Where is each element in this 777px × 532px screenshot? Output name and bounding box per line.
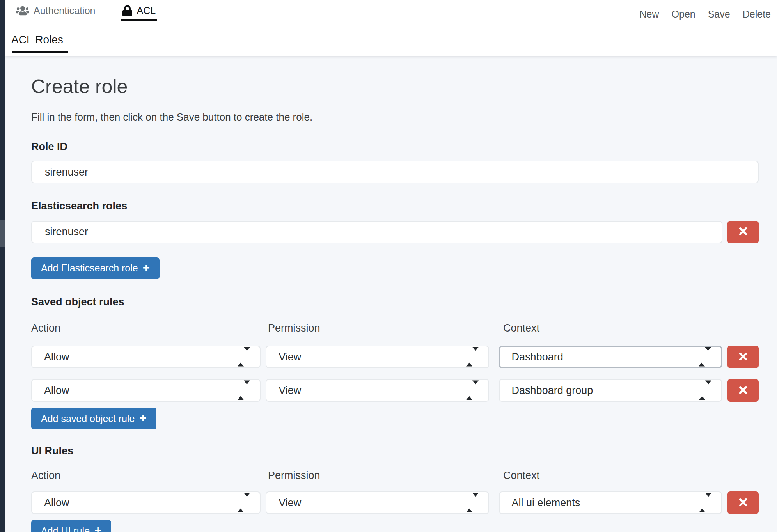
page-description: Fill in the form, then click on the Save… <box>31 111 759 124</box>
ui-rules-column-headers: Action Permission Context <box>31 469 759 482</box>
x-icon <box>739 386 747 395</box>
new-button[interactable]: New <box>640 8 659 20</box>
saved-object-rules-label: Saved object rules <box>31 296 759 308</box>
context-column-label: Context <box>503 322 759 334</box>
add-elasticsearch-role-button[interactable]: Add Elasticsearch role + <box>31 257 160 279</box>
remove-rule-button[interactable] <box>727 346 759 368</box>
button-label: Add Elasticsearch role <box>41 263 138 273</box>
select-value: View <box>279 351 301 363</box>
add-ui-rule-button[interactable]: Add UI rule + <box>31 520 111 532</box>
main-panel: Authentication ACL New Open Save Delete … <box>5 0 777 532</box>
saved-object-rule-row: Allow View Dashboard group <box>31 379 759 402</box>
updown-arrows-icon <box>238 385 250 397</box>
action-column-label: Action <box>31 322 268 334</box>
remove-rule-button[interactable] <box>727 379 759 402</box>
context-select[interactable]: Dashboard group <box>499 379 722 402</box>
context-select[interactable]: Dashboard <box>499 346 722 368</box>
button-label: Add saved object rule <box>41 414 135 424</box>
save-button[interactable]: Save <box>708 8 730 20</box>
users-icon <box>16 5 29 16</box>
role-id-input[interactable] <box>31 161 759 183</box>
updown-arrows-icon <box>699 385 711 397</box>
tab-acl[interactable]: ACL <box>121 0 157 21</box>
create-role-page: Create role Fill in the form, then click… <box>5 56 777 532</box>
button-label: Add UI rule <box>41 526 90 532</box>
page-title: Create role <box>31 75 759 98</box>
header-tabs: Authentication ACL New Open Save Delete <box>5 0 777 21</box>
x-icon <box>739 498 747 508</box>
x-icon <box>739 227 747 237</box>
subtabs: ACL Roles <box>5 21 777 53</box>
ui-rules-label: UI Rules <box>31 445 759 457</box>
updown-arrows-icon <box>699 497 711 509</box>
tab-authentication[interactable]: Authentication <box>15 0 96 21</box>
select-value: Dashboard <box>512 351 563 363</box>
select-value: Dashboard group <box>512 385 593 397</box>
remove-rule-button[interactable] <box>727 491 759 514</box>
updown-arrows-icon <box>466 385 479 397</box>
header-actions: New Open Save Delete <box>640 0 777 21</box>
x-icon <box>739 352 747 362</box>
permission-column-label: Permission <box>268 322 503 334</box>
role-id-label: Role ID <box>31 140 759 153</box>
permission-column-label: Permission <box>268 469 503 482</box>
action-select[interactable]: Allow <box>31 491 261 514</box>
open-button[interactable]: Open <box>672 8 695 20</box>
action-select[interactable]: Allow <box>31 346 261 368</box>
sidebar-scrollbar-thumb[interactable] <box>0 220 5 247</box>
select-value: Allow <box>44 351 69 363</box>
saved-object-rule-row: Allow View Dashboard <box>31 346 759 368</box>
remove-elasticsearch-role-button[interactable] <box>727 221 759 243</box>
select-value: All ui elements <box>512 497 580 509</box>
saved-object-rules-column-headers: Action Permission Context <box>31 322 759 334</box>
elasticsearch-roles-label: Elasticsearch roles <box>31 200 759 212</box>
action-column-label: Action <box>31 469 268 482</box>
lock-icon <box>122 5 132 16</box>
app-window: Authentication ACL New Open Save Delete … <box>0 0 777 532</box>
select-value: View <box>279 497 301 509</box>
tab-label: Authentication <box>34 5 95 16</box>
permission-select[interactable]: View <box>266 346 489 368</box>
delete-button[interactable]: Delete <box>743 8 771 20</box>
tab-acl-roles[interactable]: ACL Roles <box>11 34 66 53</box>
header: Authentication ACL New Open Save Delete … <box>5 0 777 56</box>
updown-arrows-icon <box>238 351 250 363</box>
select-value: Allow <box>44 497 69 509</box>
elasticsearch-role-input[interactable] <box>31 221 722 243</box>
permission-select[interactable]: View <box>266 491 489 514</box>
select-value: View <box>279 385 301 397</box>
updown-arrows-icon <box>466 497 479 509</box>
ui-rule-row: Allow View All ui elements <box>31 491 759 514</box>
elasticsearch-role-row <box>31 221 759 243</box>
updown-arrows-icon <box>466 351 479 363</box>
context-select[interactable]: All ui elements <box>499 491 722 514</box>
collapsed-sidebar[interactable] <box>0 0 5 532</box>
select-value: Allow <box>44 385 69 397</box>
tab-label: ACL <box>137 5 156 16</box>
permission-select[interactable]: View <box>266 379 489 402</box>
action-select[interactable]: Allow <box>31 379 261 402</box>
updown-arrows-icon <box>699 351 711 363</box>
add-saved-object-rule-button[interactable]: Add saved object rule + <box>31 408 156 429</box>
context-column-label: Context <box>503 469 759 482</box>
updown-arrows-icon <box>238 497 250 509</box>
